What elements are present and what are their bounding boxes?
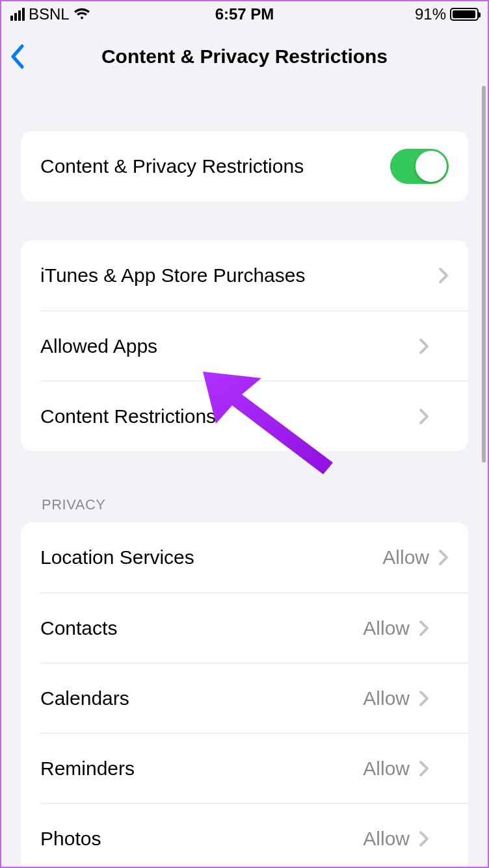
- row-label: Calendars: [40, 687, 129, 709]
- chevron-right-icon: [419, 620, 429, 637]
- group-header-privacy: PRIVACY: [42, 496, 468, 513]
- row-label: Content Restrictions: [40, 405, 216, 428]
- row-label: iTunes & App Store Purchases: [40, 264, 305, 287]
- scroll-indicator: [482, 86, 486, 463]
- carrier-label: BSNL: [29, 5, 70, 23]
- row-restrictions-toggle[interactable]: Content & Privacy Restrictions: [21, 131, 468, 201]
- row-label: Contacts: [40, 617, 117, 639]
- row-photos[interactable]: Photos Allow: [40, 803, 468, 868]
- toggle-switch[interactable]: [390, 149, 449, 184]
- group-restrictions-toggle: Content & Privacy Restrictions: [21, 131, 468, 201]
- group-privacy: Location Services Allow Contacts Allow C…: [21, 522, 468, 868]
- row-label: Location Services: [40, 546, 194, 568]
- row-allowed-apps[interactable]: Allowed Apps: [40, 311, 468, 381]
- row-location-services[interactable]: Location Services Allow: [21, 522, 468, 593]
- row-label: Allowed Apps: [40, 335, 157, 357]
- battery-percent: 91%: [415, 5, 446, 23]
- content-area: Content & Privacy Restrictions iTunes & …: [1, 131, 488, 868]
- row-value: Allow: [363, 617, 410, 639]
- row-reminders[interactable]: Reminders Allow: [40, 733, 468, 803]
- status-time: 6:57 PM: [215, 5, 274, 23]
- back-button[interactable]: [9, 44, 26, 70]
- row-label: Photos: [40, 828, 101, 850]
- row-calendars[interactable]: Calendars Allow: [40, 663, 468, 733]
- row-value: Allow: [363, 828, 410, 850]
- chevron-right-icon: [419, 338, 429, 355]
- status-bar: BSNL 6:57 PM 91%: [1, 1, 488, 27]
- toggle-knob: [416, 151, 447, 182]
- row-content-restrictions[interactable]: Content Restrictions: [40, 381, 468, 451]
- chevron-right-icon: [438, 267, 449, 284]
- chevron-left-icon: [9, 44, 26, 70]
- row-label: Reminders: [40, 758, 135, 780]
- row-value: Allow: [363, 687, 410, 709]
- row-value: Allow: [382, 546, 429, 568]
- chevron-right-icon: [419, 830, 429, 847]
- battery-icon: [450, 8, 479, 21]
- row-contacts[interactable]: Contacts Allow: [40, 593, 468, 663]
- chevron-right-icon: [419, 760, 429, 777]
- nav-header: Content & Privacy Restrictions: [1, 27, 488, 86]
- wifi-icon: [73, 8, 90, 21]
- chevron-right-icon: [419, 408, 429, 425]
- group-content-settings: iTunes & App Store Purchases Allowed App…: [21, 240, 468, 451]
- page-title: Content & Privacy Restrictions: [1, 45, 488, 68]
- chevron-right-icon: [438, 549, 449, 566]
- chevron-right-icon: [419, 690, 429, 707]
- status-right: 91%: [415, 5, 479, 23]
- cellular-signal-icon: [10, 8, 25, 21]
- row-label: Content & Privacy Restrictions: [40, 155, 304, 177]
- row-value: Allow: [363, 758, 410, 780]
- status-left: BSNL: [10, 5, 90, 23]
- row-itunes-purchases[interactable]: iTunes & App Store Purchases: [21, 240, 468, 311]
